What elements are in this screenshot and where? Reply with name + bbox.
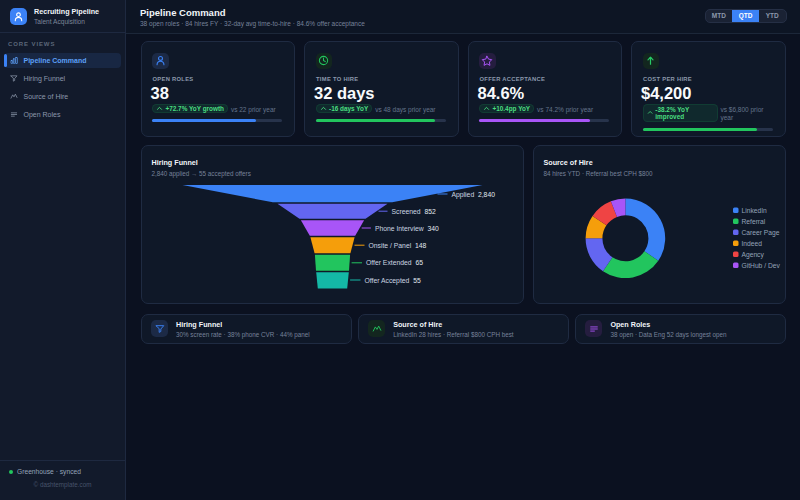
svg-text:Referral: Referral [741, 218, 765, 225]
svg-text:Phone Interview 340: Phone Interview 340 [374, 225, 438, 232]
svg-text:LinkedIn: LinkedIn [741, 207, 767, 214]
svg-text:GitHub / Dev: GitHub / Dev [741, 262, 780, 269]
svg-text:Screened 852: Screened 852 [391, 208, 435, 215]
svg-text:Agency: Agency [741, 251, 764, 259]
svg-text:Applied 2,840: Applied 2,840 [451, 191, 495, 199]
svg-text:Career Page: Career Page [741, 229, 779, 237]
svg-text:Indeed: Indeed [741, 240, 762, 247]
svg-text:Offer Extended 65: Offer Extended 65 [366, 259, 423, 266]
svg-text:Offer Accepted 55: Offer Accepted 55 [364, 277, 420, 285]
svg-text:Onsite / Panel 148: Onsite / Panel 148 [368, 242, 426, 249]
